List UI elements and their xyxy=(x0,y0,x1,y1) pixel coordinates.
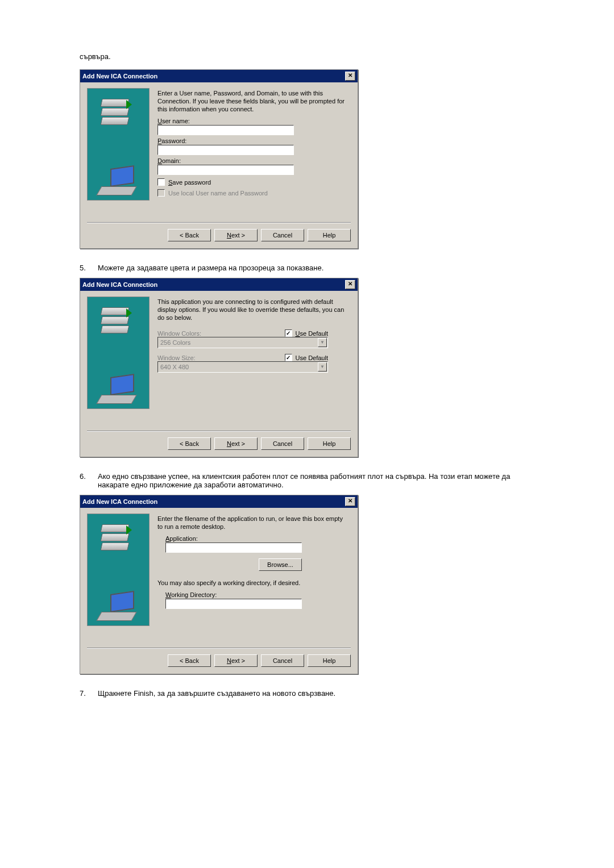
next-button[interactable]: Next > xyxy=(214,229,258,241)
password-input[interactable] xyxy=(157,145,294,155)
dialog-credentials: Add New ICA Connection ✕ Enter a User na… xyxy=(80,69,358,249)
password-label: Password: xyxy=(157,137,347,144)
next-button[interactable]: Next > xyxy=(214,654,258,667)
save-password-label: Save password xyxy=(168,179,211,186)
step-number: 5. xyxy=(80,264,91,272)
use-local-checkbox xyxy=(157,189,165,197)
step-text: Ако едно свързване успее, на клиентския … xyxy=(98,472,534,489)
cancel-button[interactable]: Cancel xyxy=(261,229,304,241)
dialog-title: Add New ICA Connection xyxy=(82,73,157,80)
title-bar: Add New ICA Connection ✕ xyxy=(80,495,358,508)
use-default-label: Use Default xyxy=(296,330,328,337)
close-icon[interactable]: ✕ xyxy=(345,72,355,81)
next-button[interactable]: Next > xyxy=(214,437,258,450)
working-dir-instruction: You may also specify a working directory… xyxy=(157,579,347,587)
step-text: Можете да задавате цвета и размера на пр… xyxy=(98,264,534,272)
step-text: Щракнете Finish, за да завършите създава… xyxy=(98,689,534,698)
window-size-select: 640 X 480 ▼ xyxy=(157,361,328,373)
title-bar: Add New ICA Connection ✕ xyxy=(80,278,358,291)
username-input[interactable] xyxy=(157,125,294,135)
chevron-down-icon: ▼ xyxy=(318,362,327,372)
dialog-title: Add New ICA Connection xyxy=(82,281,157,288)
application-label: Application: xyxy=(165,535,347,542)
window-size-label: Window Size: xyxy=(157,354,196,361)
wizard-graphic xyxy=(87,514,150,626)
use-default-label: Use Default xyxy=(296,354,328,361)
wizard-graphic xyxy=(87,297,150,409)
close-icon[interactable]: ✕ xyxy=(345,497,355,506)
help-button[interactable]: Help xyxy=(308,437,351,450)
domain-label: Domain: xyxy=(157,157,347,164)
use-local-label: Use local User name and Password xyxy=(168,190,268,197)
chevron-down-icon: ▼ xyxy=(318,338,327,347)
instruction-text: Enter the filename of the application to… xyxy=(157,515,347,531)
username-label: User name: xyxy=(157,118,347,124)
working-directory-label: Working Directory: xyxy=(165,591,347,598)
help-button[interactable]: Help xyxy=(308,654,351,667)
dialog-application: Add New ICA Connection ✕ Enter the filen… xyxy=(80,495,358,674)
dialog-title: Add New ICA Connection xyxy=(82,498,157,505)
cancel-button[interactable]: Cancel xyxy=(261,437,304,450)
size-use-default-checkbox[interactable] xyxy=(285,354,292,361)
application-input[interactable] xyxy=(165,542,302,553)
window-colors-label: Window Colors: xyxy=(157,330,201,337)
back-button[interactable]: < Back xyxy=(168,437,211,450)
domain-input[interactable] xyxy=(157,165,294,175)
wizard-graphic xyxy=(87,88,150,201)
step-number: 6. xyxy=(80,472,91,481)
cancel-button[interactable]: Cancel xyxy=(261,654,304,667)
dialog-display-options: Add New ICA Connection ✕ This applicatio… xyxy=(80,278,358,457)
intro-text: сървъра. xyxy=(80,51,534,62)
colors-use-default-checkbox[interactable] xyxy=(285,329,292,337)
help-button[interactable]: Help xyxy=(308,229,351,241)
step-number: 7. xyxy=(80,689,91,698)
close-icon[interactable]: ✕ xyxy=(345,280,355,289)
instruction-text: This application you are connecting to i… xyxy=(157,298,347,322)
back-button[interactable]: < Back xyxy=(168,654,211,667)
back-button[interactable]: < Back xyxy=(168,229,211,241)
save-password-checkbox[interactable] xyxy=(157,178,165,186)
instruction-text: Enter a User name, Password, and Domain,… xyxy=(157,89,347,114)
title-bar: Add New ICA Connection ✕ xyxy=(80,70,358,82)
working-directory-input[interactable] xyxy=(165,599,302,609)
window-colors-select: 256 Colors ▼ xyxy=(157,337,328,348)
browse-button[interactable]: Browse... xyxy=(259,558,302,571)
